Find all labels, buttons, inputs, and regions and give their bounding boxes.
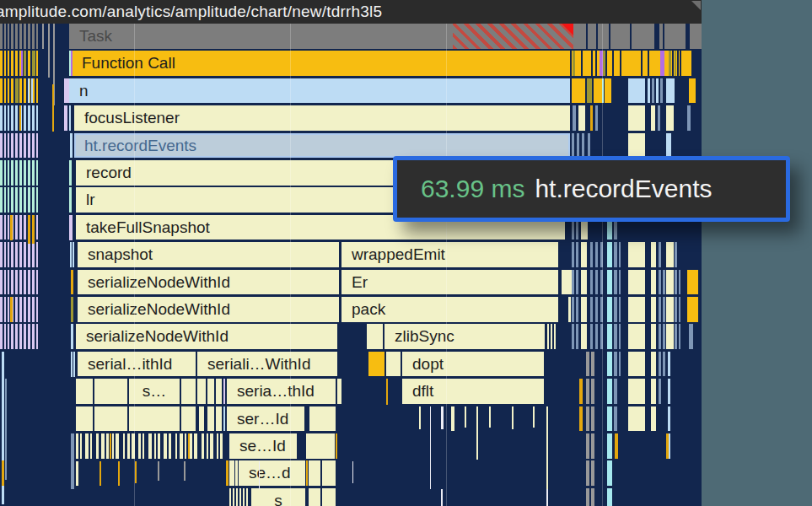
flame-bar[interactable] (628, 78, 645, 104)
flame-bar-serial-ithid[interactable]: serial…ithId (78, 352, 196, 377)
flame-bar-s-[interactable]: s… (129, 379, 180, 404)
stripe (69, 215, 73, 240)
flame-bar[interactable] (568, 297, 571, 322)
flame-bar[interactable] (94, 379, 127, 404)
flame-bar[interactable] (605, 78, 611, 104)
dense-column (675, 242, 677, 267)
flame-bar[interactable] (368, 352, 384, 377)
flame-bar[interactable] (572, 133, 574, 159)
flame-bar-s[interactable]: s (251, 488, 305, 506)
url-bar[interactable]: amplitude.com/analytics/amplitude/chart/… (0, 0, 702, 24)
flame-bar-serializenodewithid[interactable]: serializeNodeWithId (78, 270, 339, 295)
flame-bar-snapshot[interactable]: snapshot (78, 242, 339, 267)
flame-bar[interactable] (386, 352, 401, 377)
flame-bar-focuslistener[interactable]: focusListener (74, 105, 570, 131)
flame-bar[interactable] (595, 105, 598, 131)
dense-column (663, 352, 665, 377)
minimap-line (3, 187, 4, 213)
flame-bar-seria-thid[interactable]: seria…thId (227, 379, 336, 404)
flame-bar[interactable] (547, 324, 549, 349)
flame-bar[interactable] (578, 105, 585, 131)
flame-bar-se-id[interactable]: se…Id (229, 433, 297, 459)
flame-bar-pack[interactable]: pack (341, 297, 558, 322)
flame-bar[interactable] (628, 105, 645, 131)
flame-bar[interactable] (577, 133, 579, 159)
long-task-striped-region (453, 24, 573, 49)
stripe (70, 242, 72, 267)
flame-bar[interactable] (573, 105, 576, 131)
flame-bar[interactable] (309, 406, 336, 432)
flame-bar[interactable] (658, 105, 660, 131)
stripe (69, 187, 72, 213)
flame-bar-task[interactable]: Task (69, 24, 702, 49)
flame-bar[interactable] (216, 406, 222, 432)
flame-bar[interactable] (367, 324, 383, 349)
flame-bar[interactable] (129, 406, 180, 432)
flame-bar[interactable] (562, 270, 572, 295)
flame-bar-se-d[interactable]: se…d (239, 460, 305, 486)
flame-bar[interactable] (223, 379, 225, 404)
flame-bar[interactable] (590, 105, 593, 131)
flame-bar[interactable] (551, 324, 552, 349)
stripe (73, 242, 74, 267)
flame-bar-serializenodewithid[interactable]: serializeNodeWithId (78, 297, 339, 322)
flame-bar[interactable] (76, 406, 93, 432)
flame-bar[interactable] (588, 133, 590, 159)
flame-bar-zlibsync[interactable]: zlibSync (384, 324, 545, 349)
flame-bar[interactable] (94, 406, 127, 432)
flame-bar[interactable] (587, 78, 592, 104)
flame-bar[interactable] (660, 78, 663, 104)
flame-bar-seriali-withid[interactable]: seriali…WithId (197, 352, 337, 377)
flame-bar[interactable] (652, 78, 654, 104)
flame-bar[interactable] (666, 78, 675, 104)
minimap-line (6, 270, 8, 295)
flame-bar-function-call[interactable]: Function Call (72, 51, 570, 76)
flame-bar[interactable] (337, 379, 341, 404)
flame-bar[interactable] (666, 105, 674, 131)
stripe (158, 461, 159, 481)
flame-bar[interactable] (572, 78, 585, 104)
dense-column (628, 324, 645, 349)
flame-bar[interactable] (689, 78, 696, 104)
flame-bar-label: dflt (402, 382, 433, 400)
flame-bar[interactable] (582, 133, 584, 159)
flame-bar[interactable] (207, 379, 214, 404)
flame-bar[interactable] (306, 433, 335, 459)
dense-tick (116, 433, 119, 459)
flame-bar[interactable] (648, 78, 650, 104)
flame-bar[interactable] (594, 78, 602, 104)
flame-bar[interactable] (199, 406, 204, 432)
flame-bar-er[interactable]: Er (341, 270, 558, 295)
flame-bar-dflt[interactable]: dflt (402, 379, 544, 404)
dense-column (595, 297, 598, 322)
flame-bar[interactable] (197, 379, 206, 404)
flame-bar-label: lr (76, 191, 95, 208)
flame-bar[interactable] (687, 105, 691, 131)
flame-bar-serializenodewithid[interactable]: serializeNodeWithId (76, 324, 337, 349)
flame-bar[interactable] (181, 406, 196, 432)
flame-bar[interactable] (181, 379, 196, 404)
flame-bar[interactable] (309, 460, 320, 486)
flame-bar-ser-id[interactable]: ser…Id (227, 406, 304, 432)
flame-bar[interactable] (656, 78, 659, 104)
flame-bar[interactable] (216, 379, 222, 404)
flame-bar-n[interactable]: n (69, 78, 570, 104)
flame-bar[interactable] (322, 460, 336, 486)
flame-bar[interactable] (666, 133, 671, 159)
flame-bar[interactable] (207, 406, 214, 432)
dense-column (591, 352, 594, 377)
dense-column (614, 297, 617, 322)
flame-bar[interactable] (322, 488, 336, 506)
flame-bar-ht-recordevents[interactable]: ht.recordEvents (74, 133, 570, 159)
flame-bar[interactable] (554, 324, 556, 349)
flame-bar[interactable] (76, 379, 93, 404)
flame-bar[interactable] (309, 488, 320, 506)
flame-bar-label: s… (143, 382, 167, 400)
flame-bar[interactable] (651, 105, 655, 131)
flame-bar[interactable] (628, 133, 645, 159)
flame-bar-dopt[interactable]: dopt (402, 352, 544, 377)
dense-column (619, 324, 621, 349)
minimap-line (22, 324, 24, 349)
flame-bar[interactable] (223, 406, 225, 432)
flame-bar-wrappedemit[interactable]: wrappedEmit (341, 242, 558, 267)
